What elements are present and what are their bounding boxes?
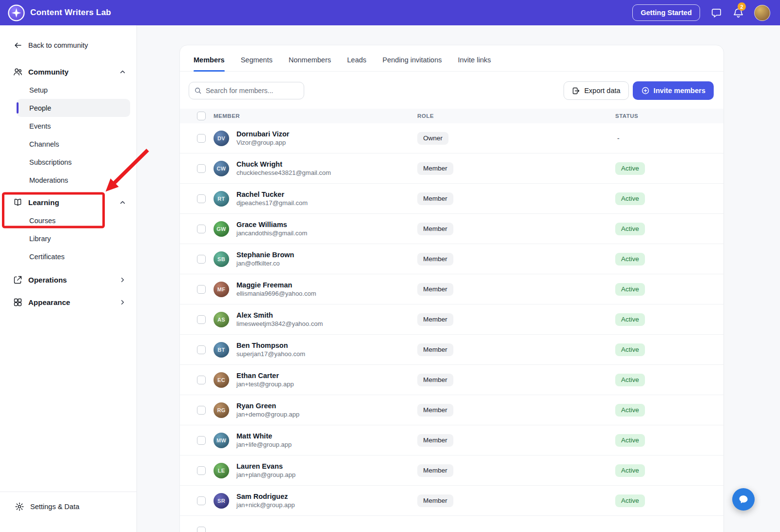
sidebar-item-people[interactable]: People: [17, 99, 130, 117]
back-to-community-link[interactable]: Back to community: [14, 40, 129, 51]
sidebar-item-library[interactable]: Library: [17, 229, 130, 247]
tab-leads[interactable]: Leads: [347, 56, 367, 71]
status-badge: Active: [615, 494, 645, 507]
member-column-header: MEMBER: [214, 113, 240, 119]
sidebar-section-community[interactable]: Community: [0, 62, 136, 81]
row-checkbox[interactable]: [197, 496, 206, 505]
row-checkbox[interactable]: [197, 406, 206, 415]
sidebar-item-certificates[interactable]: Certificates: [17, 247, 130, 266]
tab-pending-invitations[interactable]: Pending invitations: [383, 56, 442, 71]
member-avatar: DV: [214, 131, 229, 146]
member-name: Ben Thompson: [236, 342, 305, 349]
row-checkbox[interactable]: [197, 466, 206, 475]
row-checkbox[interactable]: [197, 255, 206, 264]
row-checkbox[interactable]: [197, 194, 206, 203]
member-email: djpeaches17@gmail.com: [236, 199, 308, 207]
sidebar-item-events[interactable]: Events: [17, 117, 130, 135]
chevron-up-icon: [118, 198, 127, 207]
row-checkbox[interactable]: [197, 436, 206, 445]
members-table-header: MEMBER ROLE STATUS: [180, 109, 723, 123]
member-name: Rachel Tucker: [236, 190, 308, 198]
app-logo-icon[interactable]: [8, 4, 25, 21]
member-avatar: MW: [214, 433, 229, 448]
status-badge: Active: [615, 434, 645, 447]
user-avatar[interactable]: [754, 5, 770, 21]
row-checkbox[interactable]: [197, 376, 206, 384]
member-email: limesweetjm3842@yahoo.com: [236, 320, 323, 327]
role-badge: Member: [417, 464, 453, 477]
chevron-up-icon: [118, 68, 127, 76]
sidebar-item-courses[interactable]: Courses: [17, 211, 130, 229]
tab-nonmembers[interactable]: Nonmembers: [289, 56, 331, 71]
row-checkbox[interactable]: [197, 225, 206, 233]
search-input[interactable]: [189, 82, 304, 99]
settings-and-data-link[interactable]: Settings & Data: [15, 502, 136, 512]
member-email: jan+plan@group.app: [236, 471, 295, 478]
export-data-button[interactable]: Export data: [564, 81, 628, 100]
member-row: DV Dornubari Vizor Vizor@group.app Owner…: [180, 123, 723, 153]
tab-invite-links[interactable]: Invite links: [458, 56, 491, 71]
status-badge: Active: [615, 464, 645, 477]
row-checkbox[interactable]: [197, 315, 206, 324]
operations-icon: [13, 275, 23, 285]
member-row: AS Alex Smith limesweetjm3842@yahoo.com …: [180, 304, 723, 335]
sidebar-section-appearance[interactable]: Appearance: [0, 292, 136, 312]
row-checkbox[interactable]: [197, 345, 206, 354]
role-badge: Member: [417, 343, 453, 356]
status-badge: Active: [615, 313, 645, 326]
member-name: Lauren Evans: [236, 462, 295, 470]
members-table-body: DV Dornubari Vizor Vizor@group.app Owner…: [180, 123, 723, 516]
invite-label: Invite members: [654, 87, 705, 95]
appearance-label: Appearance: [28, 298, 118, 306]
member-name: Maggie Freeman: [236, 281, 316, 289]
main-content: Members Segments Nonmembers Leads Pendin…: [137, 25, 780, 532]
member-name: Chuck Wright: [236, 160, 331, 168]
member-email: ellismania9696@yahoo.com: [236, 290, 316, 297]
member-avatar: CW: [214, 161, 229, 176]
status-column-header: STATUS: [615, 113, 712, 119]
member-row: SR Sam Rodriguez jan+nick@group.app Memb…: [180, 486, 723, 516]
export-icon: [572, 87, 580, 95]
sidebar-item-subscriptions[interactable]: Subscriptions: [17, 153, 130, 171]
role-badge: Member: [417, 313, 453, 326]
role-badge: Member: [417, 283, 453, 296]
status-badge: Active: [615, 374, 645, 386]
member-row: LE Lauren Evans jan+plan@group.app Membe…: [180, 456, 723, 486]
search-icon: [194, 87, 202, 95]
sidebar-item-moderations[interactable]: Moderations: [17, 171, 130, 189]
sidebar-item-setup[interactable]: Setup: [17, 81, 130, 99]
member-email: Vizor@group.app: [236, 139, 290, 146]
row-checkbox[interactable]: [197, 285, 206, 294]
select-all-checkbox[interactable]: [197, 112, 206, 120]
sidebar: Back to community Community Setup People…: [0, 25, 137, 532]
member-name: Sam Rodriguez: [236, 493, 295, 500]
sidebar-section-learning[interactable]: Learning: [0, 193, 136, 211]
member-email: jan@offkilter.co: [236, 260, 294, 267]
row-checkbox[interactable]: [197, 527, 206, 532]
notifications-bell-icon[interactable]: 2: [732, 7, 744, 19]
status-badge: Active: [615, 283, 645, 296]
learning-nav: Courses Library Certificates: [0, 211, 136, 266]
member-row: MF Maggie Freeman ellismania9696@yahoo.c…: [180, 274, 723, 304]
member-search: [189, 82, 304, 99]
role-badge: Member: [417, 374, 453, 386]
tab-segments[interactable]: Segments: [241, 56, 273, 71]
member-email: jan+test@group.app: [236, 380, 294, 388]
row-checkbox[interactable]: [197, 134, 206, 143]
member-email: jan+nick@group.app: [236, 501, 295, 509]
sidebar-item-channels[interactable]: Channels: [17, 135, 130, 153]
sidebar-section-operations[interactable]: Operations: [0, 269, 136, 290]
operations-label: Operations: [28, 276, 118, 284]
status-badge: Active: [615, 343, 645, 356]
member-avatar: AS: [214, 312, 229, 327]
plus-circle-icon: [641, 86, 650, 95]
getting-started-button[interactable]: Getting Started: [632, 4, 700, 21]
messages-icon[interactable]: [710, 7, 722, 19]
chat-launcher-button[interactable]: [732, 488, 755, 511]
chevron-right-icon: [118, 298, 127, 306]
row-checkbox[interactable]: [197, 164, 206, 173]
tab-members[interactable]: Members: [194, 56, 225, 71]
community-label: Community: [28, 68, 118, 76]
invite-members-button[interactable]: Invite members: [633, 81, 714, 100]
member-avatar: SR: [214, 493, 229, 509]
